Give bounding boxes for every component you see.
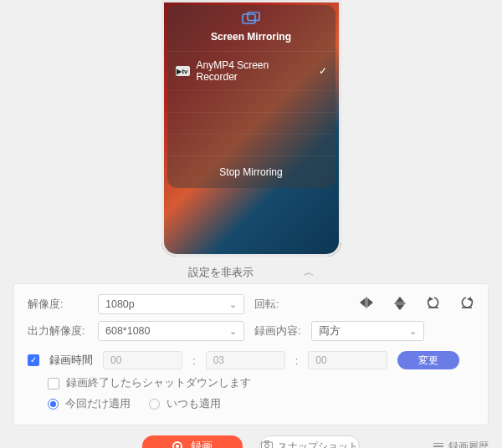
change-button[interactable]: 変更 [397,351,459,369]
mirroring-title: Screen Mirroring [167,28,336,51]
record-content-select[interactable]: 両方 ⌄ [311,321,424,341]
rotate-right-icon[interactable] [459,297,474,313]
apply-always-label: いつも適用 [166,397,221,411]
rotation-label: 回転: [254,298,301,312]
duration-hh-input[interactable]: 00 [103,351,182,369]
camera-icon [261,440,273,448]
record-content-label: 録画内容: [254,324,301,339]
resolution-select[interactable]: 1080p ⌄ [98,294,244,314]
history-link[interactable]: 録画履歴 [433,440,489,449]
duration-label: 録画時間 [49,353,93,368]
apply-once-radio[interactable] [48,399,59,410]
flip-vertical-icon[interactable] [392,297,407,313]
mirroring-header: Screen Mirroring [167,5,336,51]
list-icon [433,441,443,448]
resolution-label: 解像度: [28,298,88,312]
duration-checkbox[interactable]: ✓ [28,354,39,366]
output-resolution-label: 出力解像度: [28,324,88,339]
settings-toggle-label: 設定を非表示 [188,265,254,280]
settings-toggle[interactable]: 設定を非表示 ︿ [0,257,502,283]
chevron-up-icon: ︿ [304,265,315,280]
mirroring-empty-rows [167,90,336,155]
phone-preview: Screen Mirroring ▶tv AnyMP4 Screen Recor… [161,0,341,257]
snapshot-button[interactable]: スナップショット [259,435,360,448]
rotate-left-icon[interactable] [426,297,441,313]
chevron-down-icon: ⌄ [229,326,237,337]
shutdown-label: 録画終了したらシャットダウンします [66,376,251,390]
svg-rect-0 [243,14,255,23]
duration-ss-input[interactable]: 00 [308,351,387,369]
chevron-down-icon: ⌄ [229,299,237,310]
appletv-icon: ▶tv [176,66,190,76]
chevron-down-icon: ⌄ [409,326,417,337]
stop-mirroring-button[interactable]: Stop Mirroring [167,155,336,188]
shutdown-checkbox[interactable] [48,378,59,389]
mirroring-device-row[interactable]: ▶tv AnyMP4 Screen Recorder ✓ [167,51,336,90]
record-icon [172,441,182,448]
svg-rect-1 [248,13,259,21]
device-name: AnyMP4 Screen Recorder [197,59,312,83]
flip-horizontal-icon[interactable] [359,297,374,313]
check-icon: ✓ [319,65,327,77]
output-resolution-select[interactable]: 608*1080 ⌄ [98,321,244,341]
apply-always-radio[interactable] [149,399,160,410]
apply-once-label: 今回だけ適用 [65,397,131,411]
record-button[interactable]: 録画 [142,435,243,448]
duration-mm-input[interactable]: 03 [206,351,285,369]
screen-mirroring-icon [242,12,260,28]
settings-panel: 解像度: 1080p ⌄ 回転: 出力解像度: 608*1080 ⌄ 録画内容:… [13,283,489,425]
svg-point-5 [265,444,269,448]
